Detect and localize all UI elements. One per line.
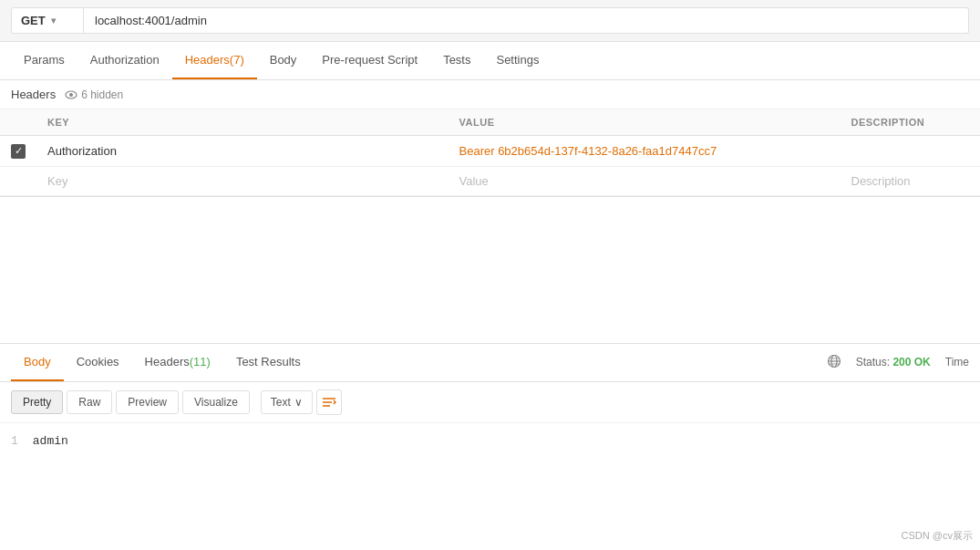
globe-icon xyxy=(827,354,841,371)
response-status-area: Status: 200 OK Time xyxy=(827,354,969,371)
status-value: 200 OK xyxy=(892,356,930,368)
request-tabs: Params Authorization Headers(7) Body Pre… xyxy=(0,42,980,80)
url-bar: GET ▾ xyxy=(0,0,980,42)
tab-tests[interactable]: Tests xyxy=(430,42,483,79)
response-tab-body[interactable]: Body xyxy=(11,344,64,381)
empty-area xyxy=(0,197,980,343)
format-pretty-button[interactable]: Pretty xyxy=(11,390,63,414)
col-description: DESCRIPTION xyxy=(841,109,981,136)
tab-prerequest[interactable]: Pre-request Script xyxy=(309,42,430,79)
empty-key-cell[interactable]: Key xyxy=(36,166,449,195)
headers-section: Headers 6 hidden KEY VALUE DESCRIPTION xyxy=(0,80,980,197)
svg-point-1 xyxy=(69,93,73,97)
text-format-dropdown[interactable]: Text ∨ xyxy=(261,390,313,414)
response-section: Body Cookies Headers(11) Test Results St… xyxy=(0,343,980,459)
value-placeholder: Value xyxy=(459,174,489,188)
checkbox-checked-icon[interactable] xyxy=(11,144,26,159)
tab-settings[interactable]: Settings xyxy=(483,42,552,79)
header-row-authorization: Authorization Bearer 6b2b654d-137f-4132-… xyxy=(0,136,980,167)
header-desc-cell xyxy=(841,136,981,167)
tab-authorization[interactable]: Authorization xyxy=(77,42,172,79)
url-input[interactable] xyxy=(84,7,969,34)
response-tabs-bar: Body Cookies Headers(11) Test Results St… xyxy=(0,344,980,382)
line-content-1: admin xyxy=(33,434,68,448)
description-placeholder: Description xyxy=(851,174,911,188)
empty-checkbox xyxy=(0,166,36,195)
hidden-count-badge[interactable]: 6 hidden xyxy=(65,88,123,101)
text-format-chevron: ∨ xyxy=(294,396,303,409)
wrap-icon xyxy=(322,396,336,409)
header-bearer-value: Bearer 6b2b654d-137f-4132-8a26-faa1d7447… xyxy=(459,144,717,158)
response-body: 1admin xyxy=(0,423,980,459)
col-check xyxy=(0,109,36,136)
tab-params[interactable]: Params xyxy=(11,42,77,79)
row-checkbox[interactable] xyxy=(0,136,36,167)
tab-body[interactable]: Body xyxy=(257,42,310,79)
line-number-1: 1 xyxy=(11,434,18,448)
headers-table: KEY VALUE DESCRIPTION Authorization Bear… xyxy=(0,109,980,196)
format-visualize-button[interactable]: Visualize xyxy=(182,390,250,414)
method-label: GET xyxy=(21,14,46,27)
empty-desc-cell[interactable]: Description xyxy=(841,166,981,195)
response-toolbar: Pretty Raw Preview Visualize Text ∨ xyxy=(0,382,980,423)
globe-svg xyxy=(827,354,841,368)
format-preview-button[interactable]: Preview xyxy=(116,390,179,414)
headers-toolbar: Headers 6 hidden xyxy=(0,80,980,109)
response-tab-cookies[interactable]: Cookies xyxy=(64,344,132,381)
header-value-cell: Bearer 6b2b654d-137f-4132-8a26-faa1d7447… xyxy=(449,136,841,167)
header-key-cell: Authorization xyxy=(36,136,449,167)
empty-value-cell[interactable]: Value xyxy=(449,166,841,195)
headers-label: Headers xyxy=(11,88,56,101)
header-row-empty: Key Value Description xyxy=(0,166,980,195)
header-key-value: Authorization xyxy=(47,144,117,158)
wrap-button[interactable] xyxy=(316,389,342,415)
time-label: Time xyxy=(945,356,969,368)
col-value: VALUE xyxy=(449,109,841,136)
method-chevron: ▾ xyxy=(51,16,56,26)
format-raw-button[interactable]: Raw xyxy=(67,390,112,414)
method-dropdown[interactable]: GET ▾ xyxy=(11,7,84,34)
status-label: Status: 200 OK xyxy=(856,356,931,368)
text-format-label: Text xyxy=(271,396,291,409)
col-key: KEY xyxy=(36,109,449,136)
eye-icon xyxy=(65,88,77,101)
response-tab-headers[interactable]: Headers(11) xyxy=(132,344,223,381)
response-tab-testresults[interactable]: Test Results xyxy=(223,344,314,381)
tab-headers[interactable]: Headers(7) xyxy=(172,42,257,79)
key-placeholder: Key xyxy=(47,174,67,188)
